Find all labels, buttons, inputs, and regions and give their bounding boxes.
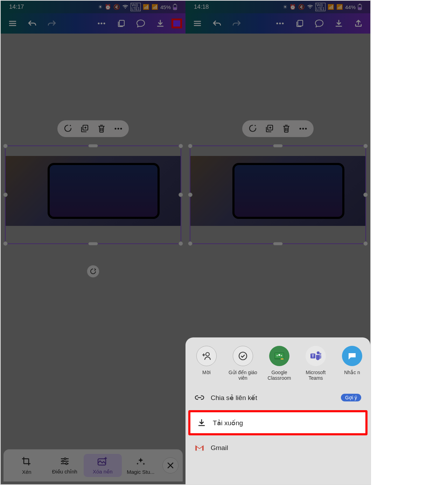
- download-row[interactable]: Tải xuống: [190, 412, 365, 433]
- svg-point-19: [279, 23, 281, 24]
- pages-icon[interactable]: [116, 19, 126, 28]
- delete-icon[interactable]: [97, 124, 106, 134]
- handle-bottom-right[interactable]: [363, 241, 368, 246]
- handle-top-center[interactable]: [88, 144, 98, 148]
- selection-frame[interactable]: [5, 145, 181, 244]
- handle-mid-left[interactable]: [188, 193, 192, 197]
- download-row-icon: [197, 418, 206, 428]
- status-time: 14:17: [9, 3, 24, 10]
- close-toolbar-button[interactable]: [162, 457, 178, 473]
- svg-text:T: T: [312, 354, 314, 358]
- mute-icon: 🔇: [113, 4, 120, 10]
- effects-icon[interactable]: [63, 124, 73, 134]
- svg-point-4: [101, 23, 103, 24]
- effects-icon[interactable]: [248, 124, 258, 134]
- handle-top-left[interactable]: [188, 144, 192, 148]
- svg-rect-21: [298, 20, 303, 26]
- adjust-label: Điều chỉnh: [52, 469, 77, 475]
- element-more-icon[interactable]: [113, 124, 123, 134]
- brightness-icon: ☀: [98, 4, 103, 10]
- svg-rect-17: [358, 7, 361, 9]
- status-time: 14:18: [194, 3, 209, 10]
- svg-point-27: [239, 352, 247, 360]
- undo-icon[interactable]: [27, 19, 37, 28]
- bottom-toolbar: Xén Điều chỉnh Xóa nền Magic Stu...: [4, 449, 183, 482]
- handle-bottom-center[interactable]: [88, 242, 98, 245]
- rotate-handle[interactable]: [87, 265, 99, 278]
- svg-rect-16: [359, 4, 360, 5]
- handle-bottom-center[interactable]: [273, 242, 283, 245]
- handle-mid-right[interactable]: [363, 193, 368, 197]
- element-more-icon[interactable]: [298, 124, 308, 134]
- gmail-row[interactable]: Gmail: [186, 437, 370, 459]
- handle-mid-right[interactable]: [178, 193, 183, 197]
- handle-top-right[interactable]: [363, 144, 368, 148]
- download-label: Tải xuống: [213, 419, 243, 427]
- download-icon[interactable]: [155, 19, 165, 28]
- share-app-invite[interactable]: Mời: [190, 346, 223, 381]
- classroom-label: Google Classroom: [262, 370, 296, 381]
- share-link-row[interactable]: Chia sẻ liên kết Gợi ý: [186, 386, 370, 409]
- svg-point-11: [64, 458, 66, 460]
- comment-icon[interactable]: [136, 19, 146, 28]
- share-app-teacher[interactable]: Gửi đến giáo viên: [226, 346, 260, 381]
- handle-bottom-left[interactable]: [188, 241, 192, 246]
- signal-icon: 📶: [328, 4, 334, 10]
- svg-rect-2: [174, 7, 176, 9]
- redo-icon[interactable]: [232, 19, 241, 28]
- svg-point-9: [118, 128, 119, 130]
- svg-point-36: [317, 351, 320, 354]
- svg-point-18: [276, 23, 278, 24]
- more-icon[interactable]: [275, 19, 285, 28]
- share-app-teams[interactable]: T Microsoft Teams: [299, 346, 332, 381]
- handle-bottom-right[interactable]: [178, 241, 183, 246]
- menu-icon[interactable]: [8, 19, 18, 28]
- svg-point-32: [281, 355, 282, 356]
- download-icon[interactable]: [334, 19, 344, 28]
- svg-point-25: [305, 128, 307, 130]
- signal2-icon: 📶: [336, 4, 343, 10]
- remove-bg-tool[interactable]: Xóa nền: [84, 454, 122, 477]
- delete-icon[interactable]: [281, 124, 291, 134]
- handle-bottom-left[interactable]: [3, 241, 8, 246]
- link-icon: [195, 393, 204, 402]
- duplicate-icon[interactable]: [265, 124, 274, 134]
- svg-point-12: [62, 461, 64, 462]
- menu-icon[interactable]: [192, 19, 202, 28]
- share-apps-row[interactable]: Mời Gửi đến giáo viên Google Classroom T…: [186, 337, 370, 386]
- teacher-label: Gửi đến giáo viên: [226, 370, 260, 381]
- svg-point-30: [279, 354, 280, 356]
- handle-top-center[interactable]: [273, 144, 283, 148]
- invite-icon: [196, 346, 217, 366]
- duplicate-icon[interactable]: [80, 124, 90, 134]
- handle-mid-left[interactable]: [3, 193, 8, 197]
- teams-label: Microsoft Teams: [299, 370, 332, 381]
- gmail-icon: [195, 443, 204, 453]
- more-icon[interactable]: [97, 19, 106, 28]
- share-app-remind[interactable]: Nhắc n: [335, 346, 369, 381]
- status-bar: 14:17 ☀ ⏰ 🔇 Vo))LTE1 📶 📶 45%: [1, 1, 186, 13]
- redo-icon[interactable]: [47, 19, 57, 28]
- selection-frame[interactable]: [190, 145, 366, 244]
- svg-point-10: [120, 128, 122, 130]
- comment-icon[interactable]: [314, 19, 324, 28]
- pages-icon[interactable]: [295, 19, 304, 28]
- teams-icon: T: [306, 346, 326, 366]
- svg-point-13: [65, 463, 67, 465]
- handle-top-right[interactable]: [178, 144, 183, 148]
- share-app-classroom[interactable]: Google Classroom: [262, 346, 296, 381]
- svg-point-8: [115, 128, 117, 130]
- signal2-icon: 📶: [152, 4, 158, 10]
- share-icon[interactable]: [172, 19, 182, 28]
- share-icon[interactable]: [354, 19, 363, 28]
- canvas-area[interactable]: Xén Điều chỉnh Xóa nền Magic Stu...: [1, 34, 186, 484]
- undo-icon[interactable]: [212, 19, 222, 28]
- download-row-highlight: Tải xuống: [188, 410, 368, 435]
- crop-tool[interactable]: Xén: [8, 454, 46, 477]
- invite-label: Mời: [202, 370, 211, 375]
- element-toolbar: [57, 120, 129, 137]
- magic-studio-tool[interactable]: Magic Stu...: [122, 454, 160, 477]
- editor-toolbar: [186, 13, 370, 34]
- handle-top-left[interactable]: [3, 144, 8, 148]
- adjust-tool[interactable]: Điều chỉnh: [46, 454, 84, 477]
